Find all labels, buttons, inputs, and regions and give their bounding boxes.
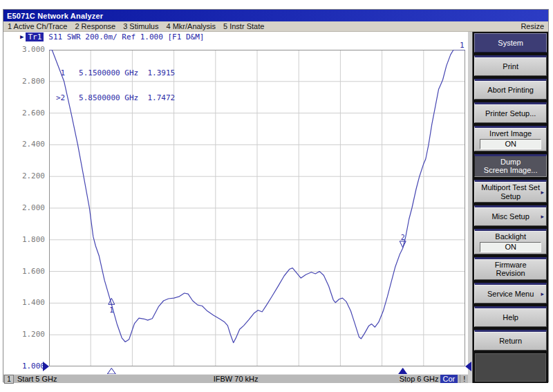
screen: E5071C Network Analyzer 1 Active Ch/Trac…	[0, 0, 553, 392]
softkey-label: Print	[503, 62, 518, 71]
trace-end-label: 1	[460, 41, 465, 50]
softkey-label: Return	[499, 337, 522, 346]
stop-frequency-label: Stop 6 GHz	[400, 375, 439, 383]
softkey-label: Firmware Revision	[495, 261, 527, 278]
menu-bar: 1 Active Ch/Trace2 Response3 Stimulus4 M…	[3, 21, 548, 32]
softkey-label: Help	[503, 313, 518, 322]
ifbw-label: IFBW 70 kHz	[214, 375, 259, 383]
softkey-label: Service Menu	[487, 290, 534, 299]
y-axis-label: 2.600	[3, 109, 45, 118]
y-axis-label: 2.400	[3, 140, 45, 149]
marker-2-number: 2	[401, 234, 405, 241]
channel-indicator: 1	[4, 375, 14, 384]
softkey-label: Misc Setup	[491, 212, 529, 221]
softkey-printer-setup[interactable]: Printer Setup...	[474, 102, 547, 123]
stimulus-marker-2-icon	[399, 368, 407, 375]
submenu-arrow-icon: ▸	[541, 213, 544, 220]
softkey-invert-image[interactable]: Invert ImageON	[474, 126, 547, 151]
analyzer-window: E5071C Network Analyzer 1 Active Ch/Trac…	[3, 9, 549, 382]
softkey-label: Dump Screen Image...	[484, 158, 538, 175]
softkey-backlight[interactable]: BacklightON	[474, 229, 547, 254]
status-bar: 1 Start 5 GHz IFBW 70 kHz Stop 6 GHz Cor…	[3, 374, 468, 383]
title-bar: E5071C Network Analyzer	[3, 10, 548, 21]
submenu-arrow-icon: ▸	[541, 189, 544, 196]
marker-readout: 1 5.1500000 GHz 1.3915 >2 5.8500000 GHz …	[56, 53, 175, 119]
softkey-multiport-test-set-setup[interactable]: Multiport Test Set Setup▸	[474, 180, 547, 203]
y-axis-label: 2.000	[3, 203, 45, 212]
y-axis-label: 1.400	[3, 298, 45, 307]
softkey-misc-setup[interactable]: Misc Setup▸	[474, 205, 547, 226]
menu-items: 1 Active Ch/Trace2 Response3 Stimulus4 M…	[3, 22, 264, 30]
softkey-service-menu[interactable]: Service Menu▸	[474, 283, 547, 304]
trace-label-chip[interactable]: Tr1	[26, 32, 44, 41]
softkey-abort-printing[interactable]: Abort Printing	[474, 79, 547, 100]
softkey-firmware-revision[interactable]: Firmware Revision	[474, 257, 547, 280]
y-axis-label: 3.000	[3, 45, 45, 54]
ref-level-indicator-right-icon	[465, 362, 471, 371]
y-axis-label: 1.800	[3, 235, 45, 244]
marker-readout-line-2: >2 5.8500000 GHz 1.7472	[56, 94, 175, 102]
softkey-help[interactable]: Help	[474, 306, 547, 327]
softkey-panel-filler	[475, 353, 546, 382]
marker-1-number: 1	[109, 306, 113, 314]
softkey-label: Invert Image	[489, 129, 532, 138]
y-axis-label: 1.600	[3, 267, 45, 276]
softkey-state-value: ON	[480, 139, 541, 149]
ref-level-indicator-left-icon	[43, 362, 49, 371]
softkey-list: System PrintAbort PrintingPrinter Setup.…	[473, 32, 548, 383]
start-frequency-label: Start 5 GHz	[17, 375, 57, 383]
plot-area: ▶ Tr1 S11 SWR 200.0m/ Ref 1.000 [F1 D&M]…	[3, 32, 468, 374]
active-trace-pointer-icon: ▶	[20, 33, 24, 40]
softkey-label: Multiport Test Set Setup	[481, 183, 540, 200]
softkey-label: Printer Setup...	[485, 109, 536, 118]
menu-2-response[interactable]: 2 Response	[75, 22, 115, 30]
marker-readout-line-1: 1 5.1500000 GHz 1.3915	[56, 69, 175, 77]
window-title: E5071C Network Analyzer	[3, 12, 103, 20]
softkey-label: Backlight	[495, 232, 526, 241]
resize-control[interactable]: Resize	[521, 22, 548, 30]
y-axis-label: 1.000	[3, 362, 45, 371]
submenu-arrow-icon: ▸	[541, 290, 544, 297]
menu-4-mkr-analysis[interactable]: 4 Mkr/Analysis	[166, 22, 216, 30]
correction-badge: Cor	[440, 375, 458, 383]
trace-format-detail: S11 SWR 200.0m/ Ref 1.000 [F1 D&M]	[48, 32, 204, 41]
menu-3-stimulus[interactable]: 3 Stimulus	[123, 22, 158, 30]
main-content: ▶ Tr1 S11 SWR 200.0m/ Ref 1.000 [F1 D&M]…	[3, 32, 548, 383]
y-axis-label: 2.800	[3, 77, 45, 86]
trace-info-line: ▶ Tr1 S11 SWR 200.0m/ Ref 1.000 [F1 D&M]	[20, 32, 204, 41]
softkey-return[interactable]: Return	[474, 330, 547, 351]
softkey-menu-title: System	[474, 33, 547, 53]
menu-1-active-ch-trace[interactable]: 1 Active Ch/Trace	[8, 22, 67, 30]
warning-indicator: !	[460, 375, 468, 383]
softkey-scroll-strip	[468, 32, 473, 383]
plot-column: ▶ Tr1 S11 SWR 200.0m/ Ref 1.000 [F1 D&M]…	[3, 32, 468, 383]
softkey-print[interactable]: Print	[474, 55, 547, 76]
y-axis-label: 2.200	[3, 171, 45, 180]
softkey-label: Abort Printing	[487, 86, 534, 95]
y-axis-label: 1.200	[3, 330, 45, 339]
menu-5-instr-state[interactable]: 5 Instr State	[223, 22, 264, 30]
softkey-panel: System PrintAbort PrintingPrinter Setup.…	[468, 32, 548, 383]
softkey-state-value: ON	[480, 242, 541, 252]
softkey-dump-screen-image[interactable]: Dump Screen Image...	[474, 154, 547, 177]
stimulus-marker-1-icon	[107, 368, 115, 375]
